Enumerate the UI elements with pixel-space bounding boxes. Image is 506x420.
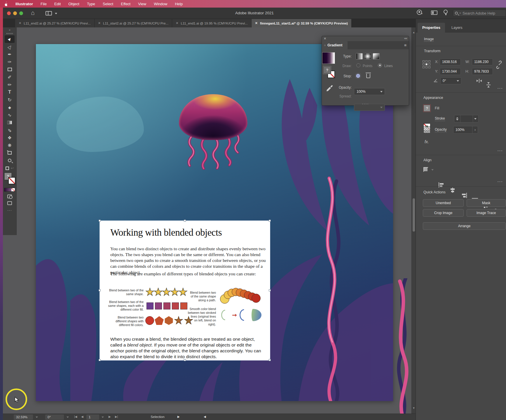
arrange-button[interactable]: Arrange	[423, 222, 506, 230]
rotation-dropdown[interactable]: 0°	[440, 77, 461, 84]
selection-type-link[interactable]: Image	[424, 37, 434, 42]
menu-effect[interactable]: Effect	[121, 2, 130, 6]
rotation-field[interactable]: 0°	[45, 414, 64, 420]
h-field[interactable]: 978.7833	[472, 68, 493, 75]
vertical-scrollbar[interactable]: ▲ ▼	[411, 27, 416, 414]
screen-mode-icon[interactable]	[7, 201, 12, 205]
link-dimensions-icon[interactable]	[495, 60, 503, 69]
stroke-weight-dropdown[interactable]	[473, 115, 479, 123]
tab-close-icon[interactable]: ✕	[255, 21, 258, 25]
radial-gradient-type-button[interactable]	[364, 53, 371, 60]
artboard-chevron-icon[interactable]	[102, 416, 104, 418]
rotation-chevron-icon[interactable]	[67, 416, 69, 418]
tab-close-icon[interactable]: ✕	[176, 21, 178, 25]
document-tab[interactable]: ✕ L11_end2.ai @ 25.27 % (CMYK/CPU Previ.…	[15, 19, 95, 27]
tab-close-icon[interactable]: ✕	[19, 21, 21, 25]
fill-label[interactable]: Fill	[435, 106, 439, 110]
artboard-tool[interactable]	[5, 149, 15, 157]
play-icon[interactable]: ▶	[177, 415, 180, 418]
align-more-options[interactable]: ···	[498, 179, 503, 184]
opacity-expand-button[interactable]: ›	[472, 126, 478, 134]
swap-fill-stroke-icon[interactable]: ↩	[11, 166, 14, 170]
align-center-horizontal-button[interactable]	[450, 188, 456, 193]
width-tool[interactable]: ∿	[5, 111, 15, 119]
next-artboard-icon[interactable]: ▶	[109, 415, 111, 418]
points-radio-label[interactable]: Points	[363, 64, 372, 68]
gradient-swatch[interactable]	[4, 188, 11, 191]
stroke-swatch-none[interactable]	[8, 177, 15, 184]
document-tab-active[interactable]: ✕ finneganL11_start1.ai* @ 32.59 % (CMYK…	[252, 19, 352, 27]
selection-handle[interactable]	[99, 220, 101, 222]
x-field[interactable]: 1638.516	[440, 58, 461, 65]
linear-gradient-type-button[interactable]	[356, 53, 363, 60]
apple-menu-icon[interactable]	[4, 2, 8, 6]
selection-handle[interactable]	[269, 359, 271, 361]
artboard-number-field[interactable]: 1	[86, 414, 99, 420]
menu-edit[interactable]: Edit	[54, 2, 61, 6]
align-to-selection-dropdown[interactable]	[423, 167, 434, 172]
last-artboard-icon[interactable]: ▶|	[115, 415, 118, 418]
default-fill-stroke-icon[interactable]	[6, 167, 9, 170]
stroke-weight-stepper[interactable]	[454, 115, 460, 123]
gradient-panel-tab[interactable]: Gradient	[322, 41, 348, 49]
edit-toolbar-icon[interactable]: ···	[7, 208, 12, 212]
zoom-level-field[interactable]: 32.59%	[14, 414, 33, 420]
type-tool[interactable]: T	[5, 88, 15, 96]
menu-view[interactable]: View	[138, 2, 146, 6]
workspace-panel-icon[interactable]	[431, 10, 437, 15]
image-trace-button[interactable]: Image Trace	[467, 209, 506, 217]
gradient-tool[interactable]	[5, 119, 15, 126]
selection-handle[interactable]	[184, 220, 186, 222]
menu-illustrator[interactable]: Illustrator	[15, 2, 33, 6]
panel-drag-handle[interactable]	[6, 33, 13, 34]
flip-vertical-icon[interactable]	[486, 82, 491, 88]
menu-object[interactable]: Object	[68, 2, 79, 6]
rotate-tool[interactable]: ↻	[5, 96, 15, 104]
opacity-label[interactable]: Opacity	[435, 127, 447, 132]
paintbrush-tool[interactable]: ✐	[5, 73, 15, 81]
scrollbar-thumb[interactable]	[413, 198, 415, 232]
menu-select[interactable]: Select	[103, 2, 113, 6]
transform-more-options[interactable]: ···	[498, 86, 503, 90]
zoom-tool[interactable]	[5, 157, 15, 164]
panel-close-icon[interactable]: ✕	[324, 37, 326, 41]
appearance-more-options[interactable]: ···	[498, 148, 503, 153]
panel-menu-icon[interactable]: ≡	[404, 43, 406, 48]
gradient-fill-proxy[interactable]: ?	[323, 66, 331, 74]
delete-stop-trash-icon[interactable]	[366, 74, 370, 78]
w-field[interactable]: 1186.230	[472, 58, 493, 65]
mask-button[interactable]: Mask	[467, 199, 506, 207]
menu-file[interactable]: File	[41, 2, 47, 6]
opacity-swatch[interactable]	[423, 126, 430, 133]
tab-properties[interactable]: Properties	[418, 23, 445, 33]
scroll-up-icon[interactable]: ▲	[412, 31, 416, 34]
lines-radio-label[interactable]: Lines	[384, 64, 393, 68]
tab-close-icon[interactable]: ✕	[98, 21, 101, 25]
color-mode-bar[interactable]	[4, 188, 15, 192]
selection-handle[interactable]	[269, 289, 271, 291]
stroke-label[interactable]: Stroke	[435, 116, 445, 121]
gradient-stop-button[interactable]	[355, 73, 361, 79]
opacity-field[interactable]: 100%	[453, 126, 472, 134]
selection-handle[interactable]	[99, 359, 101, 361]
eraser-tool[interactable]: ◆	[5, 104, 15, 111]
points-radio[interactable]	[356, 63, 360, 67]
discover-lightbulb-icon[interactable]	[444, 10, 448, 14]
help-search-field[interactable]: Search Adobe Help	[453, 10, 506, 17]
selection-handle[interactable]	[269, 220, 271, 222]
eyedropper-tool[interactable]: ✎	[5, 126, 15, 134]
selection-handle[interactable]	[99, 289, 101, 291]
scroll-down-icon[interactable]: ▼	[412, 407, 416, 410]
selection-tool[interactable]: ►	[5, 35, 15, 43]
direct-selection-tool[interactable]: ▷	[5, 43, 15, 50]
document-tab[interactable]: ✕ L11_end1.ai @ 19.95 % (CMYK/CPU Previ.…	[172, 19, 252, 27]
shaper-tool[interactable]: ✏	[5, 81, 15, 88]
pen-tool[interactable]: ✒	[5, 50, 15, 58]
fill-stroke-indicator[interactable]: ?	[4, 173, 15, 185]
crop-image-button[interactable]: Crop Image	[423, 209, 464, 217]
previous-artboard-icon[interactable]: ◀	[81, 415, 83, 418]
share-user-icon[interactable]	[417, 10, 422, 15]
blend-tool[interactable]: ❖	[5, 134, 15, 141]
content-card[interactable]: Working with blended objects You can ble…	[100, 221, 270, 360]
panel-resize-grip[interactable]	[362, 104, 369, 104]
